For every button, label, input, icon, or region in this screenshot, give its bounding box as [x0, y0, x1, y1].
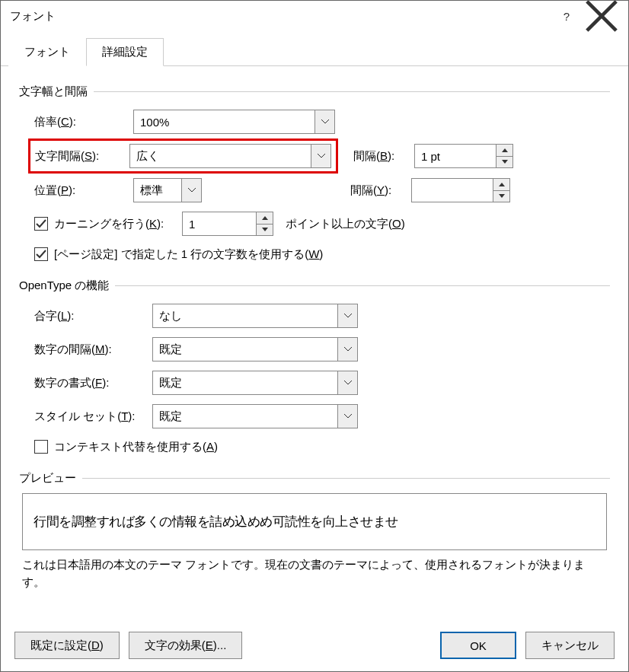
help-button[interactable]: ?	[549, 4, 584, 28]
label-position: 位置(P):	[34, 183, 133, 198]
spin-down-icon[interactable]	[496, 157, 512, 168]
group-opentype: OpenType の機能 合字(L): なし 数字の間隔(M): 既定 数字の書…	[19, 279, 610, 463]
spin-spacing-by[interactable]: 1 pt	[414, 144, 513, 168]
preview-text: 行間を調整すれば多くの情報を詰め込めめ可読性を向上させませ	[34, 513, 398, 530]
preview-description: これは日本語用の本文のテーマ フォントです。現在の文書のテーマによって、使用され…	[22, 556, 607, 591]
titlebar: フォント ?	[1, 1, 628, 31]
legend-opentype: OpenType の機能	[19, 279, 115, 293]
group-preview: プレビュー 行間を調整すれば多くの情報を詰め込めめ可読性を向上させませ これは日…	[19, 471, 610, 591]
spin-down-icon[interactable]	[493, 191, 509, 202]
dialog-body: 文字幅と間隔 倍率(C): 100% 文字間隔(S): 広く 間隔(B):	[1, 66, 628, 623]
checkbox-page-grid[interactable]	[34, 247, 48, 261]
checkbox-context-alt[interactable]	[34, 440, 48, 454]
spin-position-by[interactable]	[411, 178, 510, 202]
checkbox-kerning[interactable]	[34, 217, 48, 231]
label-context-alt: コンテキスト代替を使用する(A)	[54, 440, 218, 454]
label-num-form: 数字の書式(F):	[34, 376, 152, 390]
dialog-footer: 既定に設定(D) 文字の効果(E)... OK キャンセル	[1, 623, 628, 671]
highlight-char-spacing: 文字間隔(S): 広く	[28, 139, 338, 174]
chevron-down-icon	[314, 110, 334, 133]
label-ligature: 合字(L):	[34, 309, 152, 323]
legend-char-spacing: 文字幅と間隔	[19, 84, 94, 99]
preview-box: 行間を調整すれば多くの情報を詰め込めめ可読性を向上させませ	[22, 493, 607, 550]
chevron-down-icon	[337, 371, 357, 394]
chevron-down-icon	[337, 338, 357, 361]
dialog-title: フォント	[10, 9, 549, 24]
spin-up-icon[interactable]	[257, 212, 273, 225]
combo-position[interactable]: 標準	[133, 178, 202, 202]
spin-down-icon[interactable]	[257, 225, 273, 236]
close-button[interactable]	[584, 4, 619, 28]
tab-advanced[interactable]: 詳細設定	[86, 38, 164, 66]
chevron-down-icon	[337, 304, 357, 327]
tab-font[interactable]: フォント	[8, 38, 86, 66]
tab-strip: フォント 詳細設定	[1, 31, 628, 66]
spin-up-icon[interactable]	[493, 179, 509, 191]
combo-num-form[interactable]: 既定	[152, 371, 358, 395]
cancel-button[interactable]: キャンセル	[525, 632, 615, 659]
combo-num-spacing[interactable]: 既定	[152, 337, 358, 361]
spin-kerning[interactable]: 1	[182, 212, 273, 236]
chevron-down-icon	[181, 179, 201, 202]
label-spacing-by: 間隔(B):	[353, 149, 414, 164]
combo-char-spacing[interactable]: 広く	[129, 144, 331, 168]
combo-scale[interactable]: 100%	[133, 110, 335, 134]
text-effects-button[interactable]: 文字の効果(E)...	[129, 632, 243, 659]
label-kerning-after: ポイント以上の文字(O)	[286, 217, 405, 231]
label-char-spacing: 文字間隔(S):	[35, 149, 129, 164]
combo-ligature[interactable]: なし	[152, 304, 358, 328]
combo-style-set[interactable]: 既定	[152, 404, 358, 428]
label-num-spacing: 数字の間隔(M):	[34, 342, 152, 357]
ok-button[interactable]: OK	[440, 632, 516, 659]
chevron-down-icon	[337, 405, 357, 428]
group-char-spacing: 文字幅と間隔 倍率(C): 100% 文字間隔(S): 広く 間隔(B):	[19, 84, 610, 271]
label-style-set: スタイル セット(T):	[34, 409, 152, 424]
label-scale: 倍率(C):	[34, 115, 133, 129]
legend-preview: プレビュー	[19, 471, 82, 486]
spin-up-icon[interactable]	[496, 145, 512, 157]
set-default-button[interactable]: 既定に設定(D)	[14, 632, 120, 659]
label-page-grid: [ページ設定] で指定した 1 行の文字数を使用する(W)	[54, 247, 323, 262]
chevron-down-icon	[311, 145, 330, 167]
label-position-by: 間隔(Y):	[350, 183, 411, 198]
label-kerning: カーニングを行う(K):	[54, 217, 182, 231]
